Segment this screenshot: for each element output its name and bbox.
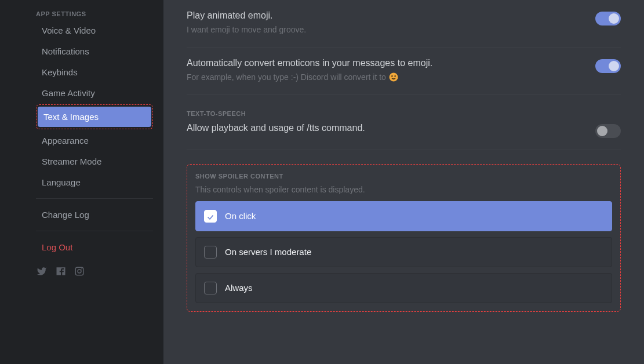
sidebar-section-header: App Settings (36, 7, 153, 20)
spoiler-option-on-click[interactable]: On click (195, 201, 612, 231)
svg-point-5 (394, 75, 395, 77)
tts-header: Text-to-Speech (187, 110, 621, 117)
settings-main: Play animated emoji. I want emoji to mov… (163, 0, 644, 364)
option-label: On click (225, 211, 256, 221)
spoiler-card: Show Spoiler Content This controls when … (187, 164, 621, 312)
sidebar-divider (36, 198, 153, 199)
sidebar-item-game-activity[interactable]: Game Activity (36, 83, 153, 103)
toggle-tts[interactable] (595, 124, 621, 138)
instagram-icon[interactable] (74, 266, 85, 279)
setting-convert-emoticons: Automatically convert emoticons in your … (187, 48, 621, 83)
setting-animated-emoji: Play animated emoji. I want emoji to mov… (187, 0, 621, 35)
setting-title: Play animated emoji. (187, 10, 581, 21)
checkbox-icon (204, 210, 217, 223)
spoiler-header: Show Spoiler Content (195, 173, 612, 180)
setting-title: Allow playback and usage of /tts command… (187, 123, 581, 133)
setting-desc-text: For example, when you type :-) Discord w… (187, 72, 388, 82)
checkbox-icon (204, 246, 217, 259)
svg-point-4 (391, 75, 392, 77)
sidebar-item-notifications[interactable]: Notifications (36, 41, 153, 61)
svg-point-1 (78, 270, 81, 273)
checkbox-icon (204, 282, 217, 294)
sidebar-item-text-images[interactable]: Text & Images (38, 107, 151, 127)
setting-title: Automatically convert emoticons in your … (187, 58, 581, 68)
twitter-icon[interactable] (36, 266, 48, 279)
sidebar-item-language[interactable]: Language (36, 172, 153, 192)
sidebar-item-log-out[interactable]: Log Out (36, 237, 153, 257)
option-label: Always (225, 283, 253, 293)
spoiler-desc: This controls when spoiler content is di… (195, 184, 612, 195)
setting-desc: For example, when you type :-) Discord w… (187, 72, 581, 83)
spoiler-option-always[interactable]: Always (195, 273, 612, 303)
option-label: On servers I moderate (225, 247, 311, 257)
toggle-animated-emoji[interactable] (595, 12, 621, 26)
social-links (36, 258, 153, 279)
toggle-convert-emoticons[interactable] (595, 59, 621, 73)
svg-point-2 (81, 268, 82, 270)
setting-divider (187, 94, 621, 95)
sidebar-divider (36, 231, 153, 231)
sidebar-item-keybinds[interactable]: Keybinds (36, 62, 153, 82)
svg-point-3 (389, 72, 398, 81)
sidebar-item-appearance[interactable]: Appearance (36, 130, 153, 151)
setting-tts: Allow playback and usage of /tts command… (187, 122, 621, 138)
spoiler-option-servers-moderate[interactable]: On servers I moderate (195, 237, 612, 267)
setting-divider (187, 150, 621, 150)
settings-sidebar: App Settings Voice & Video Notifications… (0, 0, 163, 364)
sidebar-highlight: Text & Images (36, 104, 153, 129)
smile-emoji-icon (388, 72, 399, 82)
sidebar-item-voice-video[interactable]: Voice & Video (36, 20, 153, 41)
sidebar-item-change-log[interactable]: Change Log (36, 205, 153, 225)
sidebar-item-streamer-mode[interactable]: Streamer Mode (36, 151, 153, 172)
facebook-icon[interactable] (56, 266, 66, 279)
setting-desc: I want emoji to move and groove. (187, 24, 581, 35)
